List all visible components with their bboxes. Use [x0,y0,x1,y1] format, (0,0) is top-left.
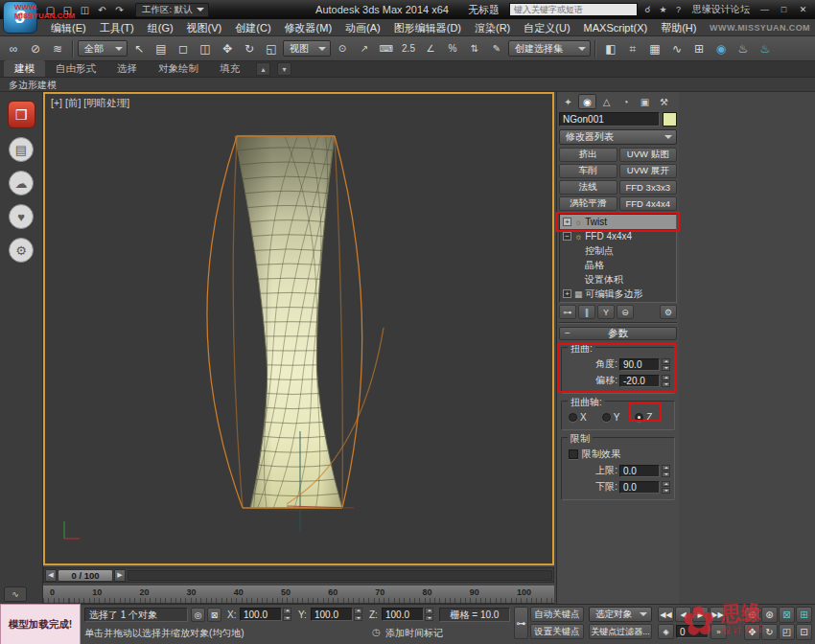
rollout-collapse-icon[interactable]: − [565,328,570,338]
select-object-icon[interactable]: ↖ [128,38,150,59]
selection-lock-icon[interactable]: ⊠ [207,608,221,622]
set-keys-button[interactable]: ⊶ [514,607,528,639]
gear-icon[interactable]: ⚙ [9,238,34,263]
limit-effect-checkbox[interactable] [569,449,578,459]
previous-frame-icon[interactable]: ◀ [675,607,691,622]
cloud-icon[interactable]: ☁ [9,171,34,196]
stack-item-ffd[interactable]: − ☼ FFD 4x4x4 [560,229,676,243]
remove-modifier-icon[interactable]: ⊖ [617,305,634,319]
viewport-shading-menu[interactable]: [明暗处理] [83,97,129,110]
layer-manager-icon[interactable]: ▦ [644,38,665,59]
lower-limit-input[interactable] [619,481,660,494]
collapse-toggle-icon[interactable]: − [563,232,571,241]
save-file-icon[interactable]: ◫ [77,2,93,17]
edit-selection-sets-icon[interactable]: ✎ [486,38,507,59]
select-move-icon[interactable]: ✥ [217,38,238,59]
stack-item-editable-poly[interactable]: + ▦ 可编辑多边形 [560,287,676,301]
ribbon-tab[interactable]: 自由形式 [45,60,106,77]
make-unique-icon[interactable]: Y [597,305,615,319]
pan-icon[interactable]: ✥ [744,624,760,640]
ribbon-minimize-icon[interactable]: ▴ [256,62,270,76]
expand-toggle-icon[interactable]: + [563,289,571,298]
favorites-star-icon[interactable]: ★ [656,3,670,16]
undo-icon[interactable]: ↶ [94,2,110,17]
use-pivot-center-icon[interactable]: ⊙ [332,38,353,59]
current-frame-input[interactable] [676,625,709,638]
zoom-extents-icon[interactable]: ⊠ [779,607,795,623]
percent-snap-icon[interactable]: % [442,38,463,59]
curve-editor-icon[interactable]: ∿ [666,38,687,59]
spinner-snap-icon[interactable]: ⇅ [464,38,485,59]
workspace-selector[interactable]: 工作区: 默认 [135,3,209,17]
modifier-preset-button[interactable]: 法线 [559,180,617,195]
time-slider[interactable]: ◀ 0 / 100 ▶ [43,567,554,583]
new-scene-icon[interactable]: ▢ [42,2,58,17]
bind-to-spacewarp-icon[interactable]: ≋ [47,38,68,59]
modifier-preset-button[interactable]: 涡轮平滑 [559,196,617,211]
upper-limit-input[interactable] [619,465,660,477]
menu-item[interactable]: 组(G) [141,19,180,36]
key-mode-toggle-icon[interactable]: ◈ [658,624,674,639]
key-filters-button[interactable]: 关键点过滤器... [589,624,652,639]
application-menu-button[interactable]: 3 [3,1,37,34]
modifier-list-dropdown[interactable]: 修改器列表 [559,129,677,145]
select-and-link-icon[interactable]: ∞ [3,38,24,59]
parameters-rollout-header[interactable]: − 参数 [559,327,677,340]
menu-item[interactable]: 图形编辑器(D) [387,19,468,36]
z-coordinate-input[interactable] [382,608,424,621]
ribbon-config-icon[interactable]: ▾ [277,62,291,76]
configure-modifier-sets-icon[interactable]: ⚙ [660,305,677,319]
zoom-all-icon[interactable]: ⊛ [761,607,778,623]
modifier-preset-button[interactable]: UVW 贴图 [619,148,678,162]
pin-stack-icon[interactable]: ⊶ [559,305,576,319]
angle-spinner[interactable] [662,358,670,371]
open-file-icon[interactable]: ◱ [59,2,76,17]
modifier-preset-button[interactable]: FFD 4x4x4 [619,196,678,211]
lower-limit-spinner[interactable] [662,481,670,494]
heart-icon[interactable]: ♥ [9,204,34,229]
cube-app-icon[interactable]: ❒ [8,101,35,128]
named-selection-set-combo[interactable]: 创建选择集 [508,40,591,57]
stack-subitem-control-points[interactable]: 控制点 [560,243,676,258]
time-slider-track[interactable] [128,570,552,581]
mirror-icon[interactable]: ◧ [600,38,621,59]
key-filter-selection-combo[interactable]: 选定对象 [589,607,652,622]
select-scale-icon[interactable]: ◱ [261,38,282,59]
snap-toggle-icon[interactable]: 2.5 [398,38,419,59]
menu-item[interactable]: 自定义(U) [517,19,576,36]
time-slider-handle[interactable]: 0 / 100 [58,569,113,582]
menu-item[interactable]: 动画(A) [338,19,387,36]
auto-key-button[interactable]: 自动关键点 [530,607,584,622]
ribbon-tab[interactable]: 对象绘制 [148,60,209,77]
utilities-tab-icon[interactable]: ⚒ [655,94,673,109]
menu-item[interactable]: MAXScript(X) [577,19,655,36]
menu-item[interactable]: 修改器(M) [278,19,339,36]
modifier-preset-button[interactable]: 挤出 [559,148,617,162]
render-production-icon[interactable]: ♨ [755,38,776,59]
x-coordinate-input[interactable] [240,608,282,621]
next-frame-arrow-icon[interactable]: ▶ [114,569,126,582]
maximize-button[interactable]: □ [776,3,792,16]
expand-toggle-icon[interactable]: + [563,218,571,226]
schematic-view-icon[interactable]: ⊞ [688,38,710,59]
display-tab-icon[interactable]: ▣ [636,94,654,109]
unlink-selection-icon[interactable]: ⊘ [25,38,46,59]
zoom-icon[interactable]: ⊕ [744,607,760,623]
viewport-menu-plus[interactable]: [+] [51,97,62,110]
selection-region-icon[interactable]: ◻ [173,38,194,59]
go-to-end-icon[interactable]: ▶▶ [710,607,726,622]
bias-input[interactable] [619,375,660,387]
menu-item[interactable]: 创建(C) [228,19,277,36]
play-icon[interactable]: ▶ [692,607,709,622]
y-spinner[interactable] [354,608,362,621]
menu-item[interactable]: 帮助(H) [654,19,703,36]
select-by-name-icon[interactable]: ▤ [151,38,172,59]
z-radio[interactable] [635,413,643,422]
zoom-extents-all-icon[interactable]: ⊞ [796,607,812,623]
go-to-start-icon[interactable]: ◀◀ [658,607,674,622]
close-button[interactable]: ✕ [795,3,811,16]
search-input[interactable] [509,3,638,16]
keyboard-override-icon[interactable]: ⌨ [376,38,397,59]
z-spinner[interactable] [425,608,433,621]
object-name-input[interactable] [559,112,660,126]
